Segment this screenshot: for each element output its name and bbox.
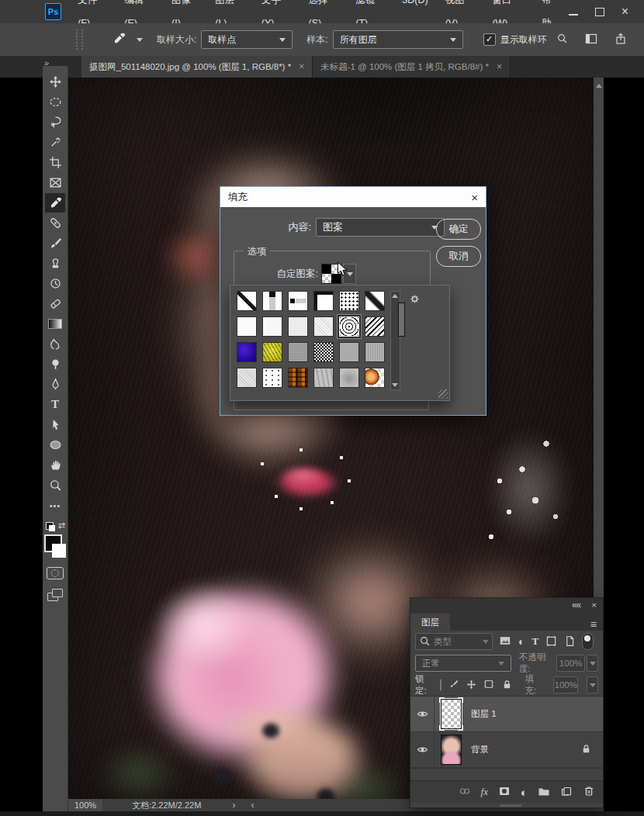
- pen-tool[interactable]: [45, 375, 65, 394]
- visibility-eye-icon[interactable]: [410, 697, 435, 731]
- pattern-gray-noise[interactable]: [288, 342, 308, 362]
- path-select-tool[interactable]: [45, 415, 65, 434]
- document-tab-1[interactable]: 未标题-1 @ 100% (图层 1 拷贝, RGB/8#) *×: [313, 56, 511, 78]
- search-icon[interactable]: [556, 33, 568, 47]
- pattern-white-speckle[interactable]: [262, 368, 282, 388]
- healing-brush-tool[interactable]: [45, 213, 65, 233]
- gradient-tool[interactable]: [45, 314, 65, 334]
- lasso-tool[interactable]: [45, 112, 65, 132]
- layer-row-1[interactable]: 背景: [410, 732, 603, 768]
- magic-wand-tool[interactable]: [45, 133, 65, 152]
- history-brush-tool[interactable]: [45, 274, 65, 293]
- scroll-up-icon[interactable]: [392, 294, 398, 298]
- options-grip[interactable]: [76, 29, 83, 50]
- share-icon[interactable]: [615, 33, 627, 47]
- smudge-tool[interactable]: [45, 334, 65, 354]
- mask-icon[interactable]: [498, 785, 511, 799]
- opacity-value[interactable]: 100%: [556, 655, 586, 672]
- foreground-background-swatches[interactable]: [44, 534, 66, 558]
- pattern-white-1[interactable]: [237, 316, 257, 337]
- zoom-level[interactable]: 100%: [68, 799, 102, 811]
- pattern-concentric-squares[interactable]: [339, 316, 359, 337]
- ps-logo-icon[interactable]: Ps: [45, 3, 61, 20]
- current-tool-badge[interactable]: [113, 32, 143, 47]
- panel-menu-icon[interactable]: ≡: [590, 618, 603, 631]
- tab-layers[interactable]: 图层: [410, 614, 450, 631]
- type-tool[interactable]: T: [45, 395, 65, 414]
- pattern-scribble[interactable]: [365, 316, 385, 337]
- pattern-fine-grain[interactable]: [313, 316, 334, 337]
- ok-button[interactable]: 确定: [436, 219, 481, 240]
- lock-artboard-icon[interactable]: [483, 679, 494, 691]
- type-filter-icon[interactable]: T: [531, 635, 538, 648]
- edit-toolbar[interactable]: •••: [45, 496, 65, 515]
- document-tab-0[interactable]: 摄图网_501148020.jpg @ 100% (图层 1, RGB/8*) …: [81, 56, 313, 78]
- layer-row-0[interactable]: 图层 1: [410, 697, 603, 732]
- opacity-dropdown[interactable]: [587, 655, 598, 672]
- tab-close-icon[interactable]: ×: [299, 61, 304, 72]
- panel-collapse-icon[interactable]: ««: [572, 600, 580, 610]
- fill-value[interactable]: 100%: [553, 676, 578, 693]
- link-icon[interactable]: [459, 785, 471, 799]
- fill-dropdown[interactable]: [587, 676, 598, 693]
- shape-filter-icon[interactable]: [545, 635, 557, 648]
- gear-icon[interactable]: [409, 293, 421, 308]
- group-icon[interactable]: [538, 785, 550, 799]
- pattern-blue-texture[interactable]: [237, 342, 257, 362]
- minimize-icon[interactable]: [569, 8, 578, 16]
- adjustment-icon[interactable]: ◐: [521, 786, 528, 799]
- slice-tool[interactable]: [45, 173, 65, 192]
- pattern-gray-flat[interactable]: [339, 342, 359, 362]
- pattern-gray-streaks[interactable]: [313, 368, 334, 388]
- pattern-light-noise[interactable]: [237, 368, 257, 388]
- layer-filter-select[interactable]: 类型: [415, 633, 493, 650]
- new-layer-icon[interactable]: [560, 785, 573, 799]
- visibility-eye-icon[interactable]: [410, 732, 435, 767]
- crop-tool[interactable]: [45, 153, 65, 172]
- status-prev-icon[interactable]: ‹: [251, 800, 254, 811]
- show-ring-checkbox[interactable]: ✓: [483, 33, 496, 46]
- marquee-tool[interactable]: [45, 92, 65, 112]
- scroll-up-icon[interactable]: [596, 84, 602, 88]
- fx-icon[interactable]: fx: [481, 786, 488, 798]
- hand-tool[interactable]: [45, 455, 65, 475]
- pattern-gray-cloud[interactable]: [339, 368, 359, 388]
- layer-name[interactable]: 背景: [471, 744, 489, 755]
- move-tool[interactable]: [45, 72, 65, 92]
- pattern-diagonal-thick[interactable]: [365, 291, 385, 311]
- layer-thumbnail[interactable]: [441, 735, 462, 765]
- clone-stamp-tool[interactable]: [45, 254, 65, 273]
- pattern-bw-noise[interactable]: [313, 342, 334, 362]
- pattern-diagonal-dotted[interactable]: [237, 291, 257, 311]
- eraser-tool[interactable]: [45, 294, 65, 313]
- zoom-tool[interactable]: [45, 475, 65, 495]
- pattern-white-2[interactable]: [262, 316, 282, 337]
- pattern-polka-dots[interactable]: [339, 291, 359, 311]
- swap-colors-icon[interactable]: ⇄: [45, 520, 65, 531]
- pattern-corner-border[interactable]: [313, 291, 334, 311]
- content-select[interactable]: 图案: [316, 218, 445, 237]
- brush-tool[interactable]: [45, 233, 65, 253]
- pattern-scrollbar[interactable]: [390, 291, 400, 390]
- filter-toggle[interactable]: [582, 633, 594, 650]
- tab-close-icon[interactable]: ×: [497, 61, 502, 72]
- dodge-tool[interactable]: [45, 354, 65, 374]
- lock-all-icon[interactable]: [501, 679, 513, 692]
- panel-close-icon[interactable]: ×: [591, 600, 597, 610]
- pattern-light-gray[interactable]: [288, 316, 308, 337]
- pattern-gray-grain[interactable]: [365, 342, 385, 362]
- maximize-icon[interactable]: [595, 8, 604, 16]
- dialog-close-icon[interactable]: ×: [471, 191, 478, 204]
- scroll-down-icon[interactable]: [392, 383, 398, 387]
- sample-size-select[interactable]: 取样点: [201, 30, 293, 49]
- adjustment-filter-icon[interactable]: ◐: [518, 635, 525, 648]
- cancel-button[interactable]: 取消: [436, 246, 481, 267]
- eyedropper-tool[interactable]: [45, 193, 65, 213]
- workspace-icon[interactable]: [585, 33, 597, 47]
- pattern-horizontal-bar[interactable]: [288, 291, 308, 311]
- resize-grip-icon[interactable]: [438, 389, 448, 399]
- shape-tool[interactable]: [45, 435, 65, 455]
- screen-mode-icon[interactable]: [47, 589, 63, 601]
- lock-move-icon[interactable]: [466, 679, 476, 691]
- lock-brush-icon[interactable]: [448, 679, 459, 691]
